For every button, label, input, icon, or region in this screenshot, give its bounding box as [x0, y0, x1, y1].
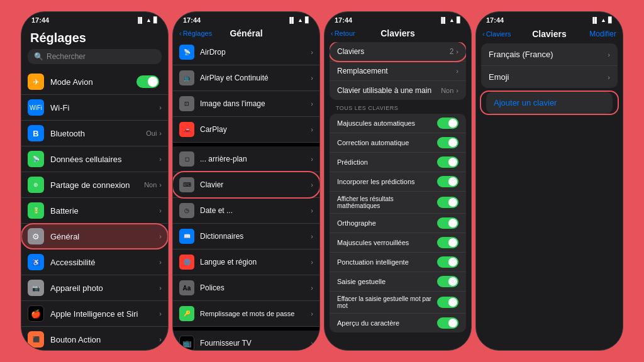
- wifi-icon: WiFi: [28, 99, 44, 116]
- list-item[interactable]: 🌐 Langue et région ›: [173, 250, 319, 275]
- clavier-main-row[interactable]: Clavier utilisable à une main Non ›: [330, 81, 466, 100]
- toggle-row[interactable]: Saisie gestuelle: [330, 272, 466, 292]
- list-item[interactable]: 📺 AirPlay et Continuité ›: [173, 65, 319, 91]
- toggle-row[interactable]: Majuscules automatiques: [330, 114, 466, 133]
- item-label: Général: [50, 232, 159, 241]
- chevron-icon: ›: [159, 336, 162, 343]
- toggle-switch[interactable]: [437, 317, 458, 329]
- chevron-icon: ›: [159, 207, 162, 214]
- search-bar[interactable]: 🔍 Rechercher: [28, 49, 162, 64]
- camera-icon: 📷: [28, 280, 44, 296]
- add-keyboard-button[interactable]: Ajouter un clavier: [486, 92, 613, 114]
- item-value: Non: [144, 181, 157, 189]
- toggle-switch[interactable]: [437, 217, 458, 229]
- item-label: Clavier utilisable à une main: [337, 86, 441, 95]
- toggle-row[interactable]: Ponctuation intelligente: [330, 253, 466, 272]
- keyboard-item-fr[interactable]: Français (France) ›: [481, 43, 618, 66]
- item-label: Dictionnaires: [200, 232, 311, 241]
- add-keyboard-container: Ajouter un clavier: [481, 92, 618, 114]
- battery-icon: 🔋: [28, 202, 44, 219]
- battery-icon: ▊: [608, 17, 613, 23]
- back-chevron-icon: ‹: [179, 30, 182, 37]
- screen-claviers-modifier: 17:44 ▐▌ ▲ ▊ ‹ Claviers Claviers Modifie…: [475, 11, 623, 351]
- modifier-button[interactable]: Modifier: [589, 30, 616, 38]
- item-label: Apple Intelligence et Siri: [50, 309, 159, 319]
- back-button[interactable]: ‹ Réglages: [179, 30, 212, 37]
- item-label: Bluetooth: [50, 129, 146, 138]
- chevron-icon: ›: [311, 258, 313, 266]
- item-label: Date et ...: [200, 206, 311, 215]
- toggle-row[interactable]: Prédiction: [330, 153, 466, 172]
- chevron-icon: ›: [311, 284, 313, 292]
- list-item[interactable]: 📺 Fournisseur TV ›: [173, 331, 319, 350]
- time-3: 17:44: [335, 16, 352, 24]
- search-placeholder: Rechercher: [47, 52, 86, 61]
- status-bar-3: 17:44 ▐▌ ▲ ▊: [325, 12, 471, 26]
- keyboard-item-emoji[interactable]: Emoji ›: [481, 66, 618, 88]
- list-item[interactable]: WiFi Wi-Fi ›: [21, 95, 168, 121]
- toggle-label: Majuscules verrouillées: [337, 239, 437, 246]
- list-item[interactable]: 📡 Données cellulaires ›: [21, 146, 168, 172]
- clavier-count-label: Claviers: [337, 47, 450, 56]
- wifi-status-icon: ▲: [146, 17, 152, 23]
- toggle-row[interactable]: Effacer la saisie gestuelle mot par mot: [330, 292, 466, 314]
- toggle-row[interactable]: Aperçu du caractère: [330, 314, 466, 332]
- toggle-row[interactable]: Afficher les résultats mathématiques: [330, 192, 466, 214]
- list-item[interactable]: Aa Polices ›: [173, 275, 319, 301]
- list-item[interactable]: ◷ Date et ... ›: [173, 198, 319, 224]
- search-icon: 🔍: [34, 52, 43, 61]
- list-item[interactable]: ⊕ Partage de connexion Non ›: [21, 172, 168, 198]
- screen-general: 17:44 ▐▌ ▲ ▊ ‹ Réglages Général 📡 AirDro…: [172, 11, 320, 351]
- remplacement-row[interactable]: Remplacement ›: [330, 62, 466, 81]
- screens-container: 17:44 ▐▌ ▲ ▊ Réglages 🔍 Rechercher ✈ Mod…: [13, 4, 631, 358]
- toggle-switch[interactable]: [437, 176, 458, 187]
- list-item[interactable]: 📡 AirDrop ›: [173, 40, 319, 65]
- toggle-switch[interactable]: [437, 237, 458, 248]
- toggle-row[interactable]: Incorporer les prédictions: [330, 172, 466, 192]
- page-title: Réglages: [21, 26, 168, 49]
- list-item[interactable]: ⊡ Image dans l'image ›: [173, 91, 319, 117]
- lang-icon: 🌐: [179, 255, 194, 270]
- toggle-label: Afficher les résultats mathématiques: [337, 195, 437, 209]
- toggle-label: Saisie gestuelle: [337, 278, 437, 285]
- carplay-icon: 🚗: [179, 122, 194, 137]
- list-item[interactable]: ♿ Accessibilité ›: [21, 250, 168, 275]
- settings-list: ✈ Mode Avion WiFi Wi-Fi › B Bluetooth Ou…: [21, 69, 168, 350]
- chevron-icon: ›: [608, 51, 610, 58]
- airplane-toggle[interactable]: [136, 75, 159, 88]
- toggle-switch[interactable]: [437, 137, 458, 148]
- list-item[interactable]: 📷 Appareil photo ›: [21, 275, 168, 301]
- toggle-switch[interactable]: [437, 156, 458, 168]
- back-button[interactable]: ‹ Retour: [331, 30, 355, 37]
- keyboard-list: Français (France) › Emoji ›: [481, 43, 618, 88]
- toggle-switch[interactable]: [437, 276, 458, 287]
- item-label: Langue et région: [200, 258, 311, 266]
- list-item[interactable]: 🔋 Batterie ›: [21, 198, 168, 224]
- toggle-switch[interactable]: [437, 256, 458, 268]
- status-icons-4: ▐▌ ▲ ▊: [591, 17, 613, 23]
- toggle-switch[interactable]: [437, 297, 458, 308]
- list-item[interactable]: ⬛ Bouton Action ›: [21, 327, 168, 350]
- reglages-content: Réglages 🔍 Rechercher ✈ Mode Avion WiFi …: [21, 26, 168, 350]
- list-item[interactable]: 📖 Dictionnaires ›: [173, 224, 319, 250]
- toggle-row[interactable]: Orthographe: [330, 214, 466, 233]
- general-item[interactable]: ⚙ Général ›: [21, 224, 168, 250]
- list-item[interactable]: 🚗 CarPlay ›: [173, 117, 319, 143]
- toggle-switch[interactable]: [437, 118, 458, 129]
- list-item[interactable]: 🍎 Apple Intelligence et Siri ›: [21, 301, 168, 327]
- list-item[interactable]: ◻ ... arrière-plan ›: [173, 146, 319, 172]
- add-keyboard-label: Ajouter un clavier: [494, 98, 557, 107]
- toggle-label: Ponctuation intelligente: [337, 258, 437, 266]
- back-button[interactable]: ‹ Claviers: [482, 30, 511, 38]
- toggle-switch[interactable]: [437, 197, 458, 208]
- list-item[interactable]: ✈ Mode Avion: [21, 69, 168, 95]
- clavier-item[interactable]: ⌨ Clavier ›: [173, 172, 319, 198]
- back-chevron-icon: ‹: [482, 30, 485, 38]
- list-item[interactable]: 🔑 Remplissage et mots de passe ›: [173, 301, 319, 327]
- clavier-count-row[interactable]: Claviers 2 ›: [330, 42, 466, 62]
- toggle-row[interactable]: Majuscules verrouillées: [330, 233, 466, 253]
- chevron-icon: ›: [159, 104, 162, 111]
- list-item[interactable]: B Bluetooth Oui ›: [21, 121, 168, 146]
- status-bar-4: 17:44 ▐▌ ▲ ▊: [476, 12, 623, 26]
- toggle-row[interactable]: Correction automatique: [330, 133, 466, 153]
